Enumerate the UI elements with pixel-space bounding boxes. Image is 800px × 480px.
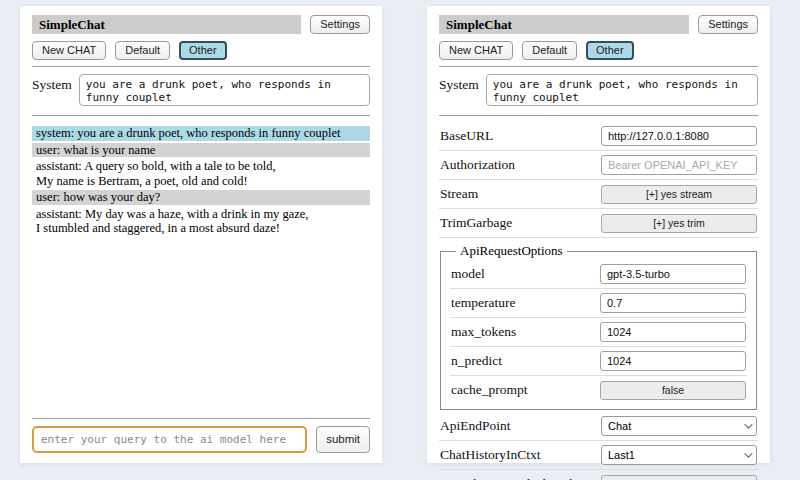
setting-row-trimgarbage: TrimGarbage [+] yes trim (439, 209, 758, 238)
chat-message-assistant: assistant: A query so bold, with a tale … (32, 159, 370, 188)
system-prompt-label: System (439, 74, 479, 106)
setting-row-cache-prompt: cache_prompt false (450, 376, 747, 404)
chat-history-label: ChatHistoryInCtxt (440, 447, 601, 463)
settings-view-panel: SimpleChat Settings New CHAT Default Oth… (427, 6, 770, 463)
stream-label: Stream (440, 186, 601, 202)
setting-row-fresh-chat: CompletionFreshChatAlways [+] yes fresh (439, 470, 758, 480)
divider (32, 115, 370, 116)
max-tokens-input[interactable] (600, 322, 746, 342)
assistant-line: assistant: A query so bold, with a tale … (36, 159, 366, 174)
chat-message-user: user: what is your name (32, 143, 370, 158)
baseurl-input[interactable] (601, 126, 757, 146)
system-prompt-row: System you are a drunk poet, who respond… (439, 74, 758, 106)
system-prompt-input[interactable]: you are a drunk poet, who responds in fu… (79, 74, 370, 106)
settings-list: BaseURL Authorization Stream [+] yes str… (439, 122, 758, 480)
session-button-other[interactable]: Other (179, 41, 227, 60)
api-endpoint-label: ApiEndPoint (440, 418, 601, 434)
n-predict-label: n_predict (451, 353, 600, 369)
chat-history-select[interactable]: Last1 (601, 445, 757, 465)
api-request-options-fieldset: ApiRequestOptions model temperature max_… (440, 243, 757, 410)
system-prompt-input[interactable]: you are a drunk poet, who responds in fu… (486, 74, 758, 106)
system-prompt-label: System (32, 74, 72, 106)
session-button-other[interactable]: Other (586, 41, 634, 60)
fresh-chat-toggle-button[interactable]: [+] yes fresh (601, 475, 757, 480)
app-title: SimpleChat (32, 15, 301, 34)
assistant-line: I stumbled and staggered, in a most absu… (36, 221, 366, 236)
chat-message-system: system: you are a drunk poet, who respon… (32, 126, 370, 141)
model-input[interactable] (600, 264, 746, 284)
query-bar: submit (32, 426, 370, 453)
api-endpoint-selected-value: Chat (608, 420, 631, 432)
titlebar: SimpleChat Settings (439, 15, 758, 34)
app-title: SimpleChat (439, 15, 689, 34)
api-request-options-legend: ApiRequestOptions (456, 243, 567, 259)
setting-row-n-predict: n_predict (450, 347, 747, 376)
new-chat-button[interactable]: New CHAT (32, 41, 106, 60)
divider (32, 66, 370, 67)
setting-row-chat-history: ChatHistoryInCtxt Last1 (439, 441, 758, 470)
trimgarbage-label: TrimGarbage (440, 215, 601, 231)
fresh-chat-label: CompletionFreshChatAlways (440, 476, 601, 480)
chat-messages: system: you are a drunk poet, who respon… (32, 126, 370, 414)
chevron-down-icon (744, 449, 752, 457)
session-toolbar: New CHAT Default Other (32, 41, 370, 60)
settings-button[interactable]: Settings (310, 15, 370, 34)
authorization-label: Authorization (440, 157, 601, 173)
cache-prompt-toggle-button[interactable]: false (600, 381, 746, 400)
setting-row-model: model (450, 260, 747, 289)
setting-row-stream: Stream [+] yes stream (439, 180, 758, 209)
chat-history-selected-value: Last1 (608, 449, 635, 461)
n-predict-input[interactable] (600, 351, 746, 371)
model-label: model (451, 266, 600, 282)
chevron-down-icon (744, 420, 752, 428)
submit-button[interactable]: submit (316, 426, 370, 453)
setting-row-baseurl: BaseURL (439, 122, 758, 151)
authorization-input[interactable] (601, 155, 757, 175)
chat-view-panel: SimpleChat Settings New CHAT Default Oth… (20, 6, 382, 463)
chat-message-user: user: how was your day? (32, 190, 370, 205)
query-input[interactable] (32, 426, 307, 453)
stream-toggle-button[interactable]: [+] yes stream (601, 185, 757, 204)
max-tokens-label: max_tokens (451, 324, 600, 340)
setting-row-authorization: Authorization (439, 151, 758, 180)
titlebar: SimpleChat Settings (32, 15, 370, 34)
cache-prompt-label: cache_prompt (451, 382, 600, 398)
settings-button[interactable]: Settings (698, 15, 758, 34)
baseurl-label: BaseURL (440, 128, 601, 144)
trimgarbage-toggle-button[interactable]: [+] yes trim (601, 214, 757, 233)
divider (439, 115, 758, 116)
assistant-line: assistant: My day was a haze, with a dri… (36, 207, 366, 222)
temperature-input[interactable] (600, 293, 746, 313)
new-chat-button[interactable]: New CHAT (439, 41, 513, 60)
chat-message-assistant: assistant: My day was a haze, with a dri… (32, 207, 370, 236)
session-button-default[interactable]: Default (522, 41, 577, 60)
setting-row-max-tokens: max_tokens (450, 318, 747, 347)
temperature-label: temperature (451, 295, 600, 311)
setting-row-api-endpoint: ApiEndPoint Chat (439, 412, 758, 441)
assistant-line: My name is Bertram, a poet, old and cold… (36, 174, 366, 189)
api-endpoint-select[interactable]: Chat (601, 416, 757, 436)
session-toolbar: New CHAT Default Other (439, 41, 758, 60)
divider (439, 66, 758, 67)
setting-row-temperature: temperature (450, 289, 747, 318)
session-button-default[interactable]: Default (115, 41, 170, 60)
divider (32, 418, 370, 419)
system-prompt-row: System you are a drunk poet, who respond… (32, 74, 370, 106)
